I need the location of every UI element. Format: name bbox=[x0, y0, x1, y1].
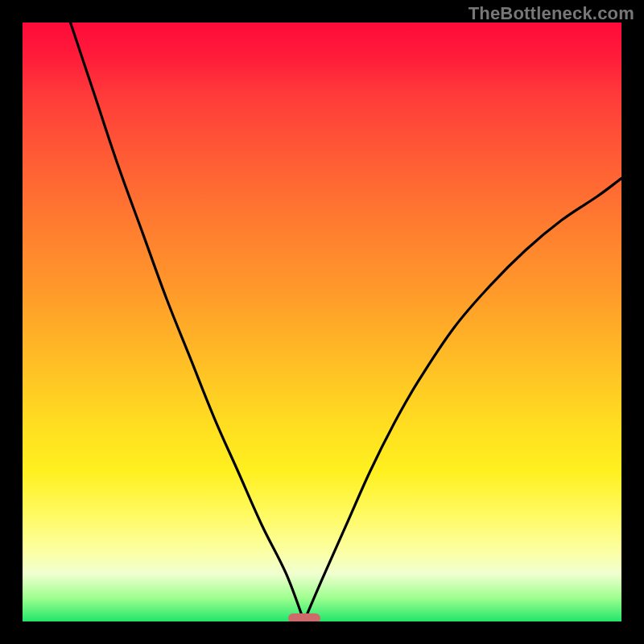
optimal-marker bbox=[288, 613, 320, 621]
curve-right-branch bbox=[304, 178, 621, 621]
plot-area bbox=[23, 23, 621, 621]
bottleneck-curve bbox=[23, 23, 621, 621]
chart-frame: TheBottleneck.com bbox=[0, 0, 644, 644]
curve-left-branch bbox=[71, 23, 304, 621]
watermark-text: TheBottleneck.com bbox=[469, 3, 634, 24]
